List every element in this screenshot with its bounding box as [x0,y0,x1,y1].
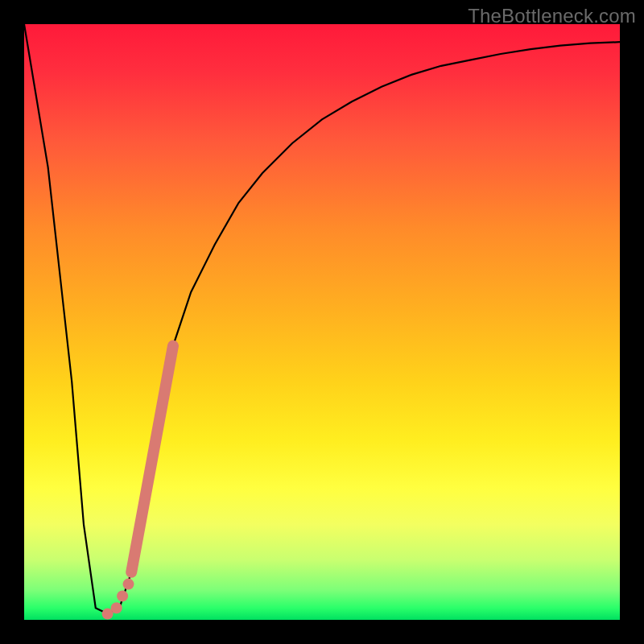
svg-point-0 [117,590,128,601]
highlight-dots [102,579,134,620]
bottleneck-curve [24,24,620,614]
chart-frame: TheBottleneck.com [0,0,644,644]
highlight-segment [131,346,173,572]
plot-area [24,24,620,620]
svg-point-3 [123,579,134,590]
svg-point-2 [102,609,114,620]
curve-layer [24,24,620,620]
